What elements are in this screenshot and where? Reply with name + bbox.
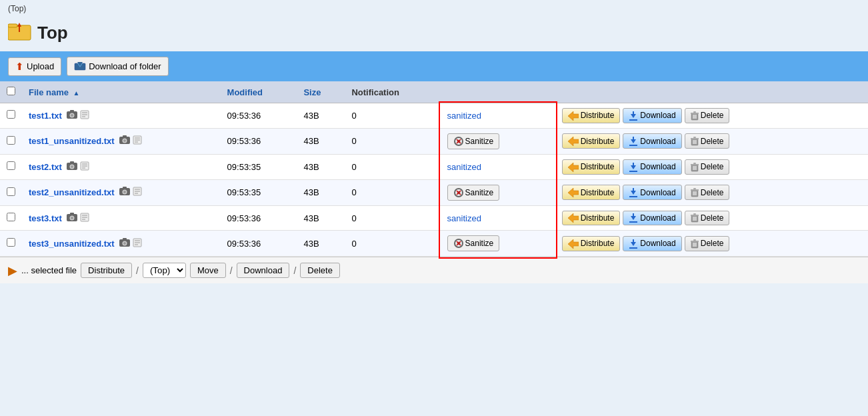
download-icon xyxy=(629,136,638,146)
delete-button[interactable]: Delete xyxy=(685,185,730,200)
download-button[interactable]: Download xyxy=(623,133,681,149)
distribute-button[interactable]: Distribute xyxy=(562,236,621,251)
camera-icon[interactable] xyxy=(119,187,130,198)
svg-rect-98 xyxy=(633,213,634,217)
modified-cell: 09:53:36 xyxy=(221,128,297,154)
delete-label: Delete xyxy=(701,111,724,120)
row-checkbox[interactable] xyxy=(7,238,15,247)
book-icon[interactable] xyxy=(80,161,89,173)
size-cell: 43B xyxy=(297,103,345,129)
select-all-checkbox[interactable] xyxy=(7,87,15,95)
file-link[interactable]: test1_unsanitized.txt xyxy=(29,136,115,146)
delete-button[interactable]: Delete xyxy=(685,133,730,149)
svg-rect-61 xyxy=(691,164,699,165)
row-checkbox[interactable] xyxy=(7,110,15,119)
delete-button[interactable]: Delete xyxy=(685,236,730,251)
download-folder-button[interactable]: Download of folder xyxy=(67,57,168,76)
file-link[interactable]: test2.txt xyxy=(29,162,62,172)
file-link[interactable]: test2_unsanitized.txt xyxy=(29,187,115,197)
delete-label: Delete xyxy=(701,162,724,171)
notification-cell: 0 xyxy=(345,231,440,257)
row-checkbox[interactable] xyxy=(7,213,15,221)
svg-rect-99 xyxy=(629,221,637,223)
filename-cell: test1.txt xyxy=(22,103,221,129)
svg-marker-38 xyxy=(568,137,579,146)
distribute-button[interactable]: Distribute xyxy=(562,108,621,123)
footer-delete-button[interactable]: Delete xyxy=(300,263,340,278)
trash-icon xyxy=(691,239,699,249)
svg-marker-78 xyxy=(568,188,579,197)
book-icon[interactable] xyxy=(80,213,89,224)
download-icon xyxy=(629,162,638,172)
camera-icon[interactable] xyxy=(67,161,77,173)
delete-button[interactable]: Delete xyxy=(685,159,730,175)
sanitize-cell: Sanitize xyxy=(441,231,555,257)
download-button[interactable]: Download xyxy=(623,159,681,175)
sanitize-button[interactable]: Sanitize xyxy=(447,235,500,251)
actions-cell: Distribute Download xyxy=(555,205,868,231)
book-icon[interactable] xyxy=(133,135,142,147)
camera-icon[interactable] xyxy=(119,238,130,249)
download-icon xyxy=(629,239,638,249)
file-link[interactable]: test3_unsanitized.txt xyxy=(29,239,115,249)
upload-button[interactable]: ⬆ Upload xyxy=(8,57,61,76)
size-cell: 43B xyxy=(297,231,345,257)
svg-point-28 xyxy=(123,139,126,142)
trash-icon xyxy=(691,162,699,172)
sanitize-btn-label: Sanitize xyxy=(465,137,494,146)
row-checkbox-cell xyxy=(0,103,22,129)
sanitize-btn-label: Sanitize xyxy=(465,239,494,248)
row-checkbox[interactable] xyxy=(7,136,15,145)
notification-cell: 0 xyxy=(345,205,440,231)
svg-rect-109 xyxy=(123,238,127,240)
footer-download-button[interactable]: Download xyxy=(237,263,290,278)
download-button[interactable]: Download xyxy=(623,108,681,123)
download-button[interactable]: Download xyxy=(623,236,681,251)
distribute-button[interactable]: Distribute xyxy=(562,159,621,175)
book-icon[interactable] xyxy=(133,238,142,249)
svg-rect-44 xyxy=(693,137,696,138)
gear-x-icon xyxy=(453,238,464,249)
delete-label: Delete xyxy=(701,188,724,197)
delete-button[interactable]: Delete xyxy=(685,108,730,123)
footer-location-select[interactable]: (Top) xyxy=(143,263,186,278)
footer-distribute-button[interactable]: Distribute xyxy=(81,263,132,278)
sanitize-button[interactable]: Sanitize xyxy=(447,133,500,149)
sanitize-cell: sanitized xyxy=(441,154,555,179)
camera-icon[interactable] xyxy=(67,110,77,121)
row-checkbox-cell xyxy=(0,205,22,231)
svg-marker-96 xyxy=(568,213,579,223)
footer-move-button[interactable]: Move xyxy=(190,263,226,278)
svg-rect-91 xyxy=(70,213,74,215)
file-link[interactable]: test1.txt xyxy=(29,111,62,121)
sanitize-button[interactable]: Sanitize xyxy=(447,185,500,201)
row-checkbox-cell xyxy=(0,128,22,154)
svg-point-68 xyxy=(123,191,126,193)
distribute-button[interactable]: Distribute xyxy=(562,133,621,149)
distribute-icon xyxy=(568,162,579,172)
distribute-button[interactable]: Distribute xyxy=(562,211,621,226)
download-button[interactable]: Download xyxy=(623,185,681,200)
svg-rect-58 xyxy=(633,163,634,167)
filename-cell: test3_unsanitized.txt xyxy=(22,231,221,257)
book-icon[interactable] xyxy=(133,187,142,198)
filename-cell: test2.txt xyxy=(22,154,221,179)
footer-slash-1: / xyxy=(136,265,139,276)
camera-icon[interactable] xyxy=(67,213,77,224)
file-link[interactable]: test3.txt xyxy=(29,213,62,223)
row-checkbox[interactable] xyxy=(7,161,15,170)
svg-rect-102 xyxy=(693,213,696,215)
camera-icon[interactable] xyxy=(119,135,130,147)
download-icon xyxy=(629,111,638,121)
row-checkbox[interactable] xyxy=(7,187,15,196)
svg-rect-59 xyxy=(629,171,637,172)
delete-button[interactable]: Delete xyxy=(685,211,730,226)
book-icon[interactable] xyxy=(80,110,89,121)
download-button[interactable]: Download xyxy=(623,211,681,226)
distribute-button[interactable]: Distribute xyxy=(562,185,621,200)
svg-rect-19 xyxy=(629,119,637,121)
toolbar: ⬆ Upload Download of folder xyxy=(0,51,868,81)
header-modified: Modified xyxy=(221,81,297,103)
table-row: test1.txt xyxy=(0,103,868,129)
svg-rect-84 xyxy=(693,188,696,189)
